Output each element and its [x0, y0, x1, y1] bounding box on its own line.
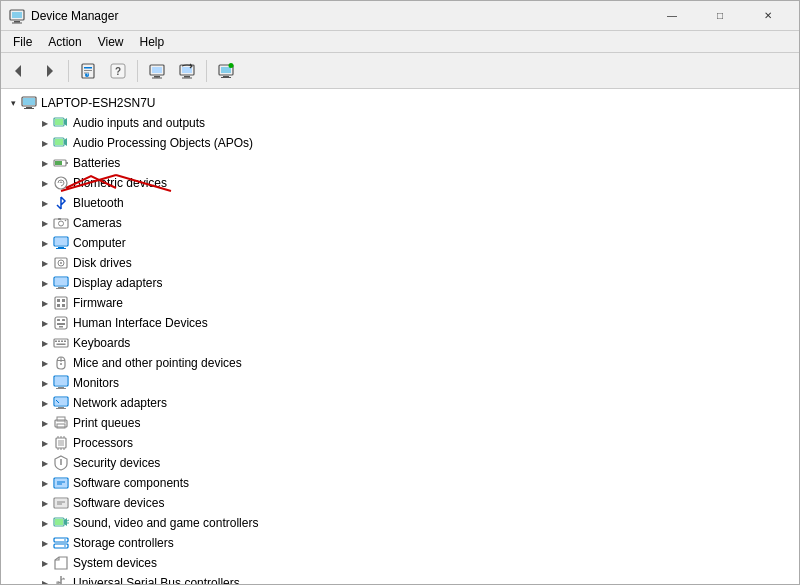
- menu-file[interactable]: File: [5, 33, 40, 51]
- tree-item[interactable]: ▶Display adapters: [1, 273, 799, 293]
- tree-item[interactable]: ▶Bluetooth: [1, 193, 799, 213]
- help-button[interactable]: ?: [104, 57, 132, 85]
- svg-point-41: [55, 177, 67, 189]
- forward-button[interactable]: [35, 57, 63, 85]
- expand-arrow-icon: ▶: [37, 455, 53, 471]
- tree-item[interactable]: ▶Disk drives: [1, 253, 799, 273]
- display-icon: [53, 275, 69, 291]
- toolbar-sep-1: [68, 60, 69, 82]
- expand-arrow-icon: ▶: [37, 255, 53, 271]
- menu-view[interactable]: View: [90, 33, 132, 51]
- security-icon: [53, 455, 69, 471]
- tree-item[interactable]: ▶Computer: [1, 233, 799, 253]
- tree-item[interactable]: ▶Security devices: [1, 453, 799, 473]
- tree-item[interactable]: ▶Storage controllers: [1, 533, 799, 553]
- close-button[interactable]: ✕: [745, 1, 791, 31]
- maximize-button[interactable]: □: [697, 1, 743, 31]
- tree-item-label: Print queues: [73, 416, 140, 430]
- svg-rect-54: [55, 278, 67, 285]
- keyboard-icon: [53, 335, 69, 351]
- expand-arrow-icon: ▶: [37, 495, 53, 511]
- expand-arrow-icon: ▶: [37, 195, 53, 211]
- tree-item-label: Universal Serial Bus controllers: [73, 576, 240, 584]
- expand-arrow-icon: ▶: [37, 215, 53, 231]
- content-area[interactable]: ▾ LAPTOP-ESH2SN7U ▶Audio inputs and outp…: [1, 89, 799, 584]
- tree-item-label: Human Interface Devices: [73, 316, 208, 330]
- expand-arrow-icon: ▶: [37, 275, 53, 291]
- tree-item[interactable]: ▶Batteries: [1, 153, 799, 173]
- expand-arrow-icon: ▶: [37, 375, 53, 391]
- monitor-icon: [53, 375, 69, 391]
- properties-button[interactable]: ?: [74, 57, 102, 85]
- tree-item[interactable]: ▶Sound, video and game controllers: [1, 513, 799, 533]
- minimize-button[interactable]: —: [649, 1, 695, 31]
- update-button[interactable]: [173, 57, 201, 85]
- tree-item-label: Bluetooth: [73, 196, 124, 210]
- expand-arrow-icon: ▶: [37, 175, 53, 191]
- mouse-icon: [53, 355, 69, 371]
- svg-rect-44: [58, 218, 61, 220]
- tree-item-label: Sound, video and game controllers: [73, 516, 258, 530]
- tree-item[interactable]: ▶Audio Processing Objects (APOs): [1, 133, 799, 153]
- tree-item[interactable]: ▶Biometric devices: [1, 173, 799, 193]
- svg-point-27: [229, 63, 234, 68]
- svg-rect-72: [57, 344, 66, 346]
- svg-point-75: [60, 363, 62, 365]
- expand-arrow-icon: ▶: [37, 415, 53, 431]
- audio-icon: [53, 115, 69, 131]
- audio-proc-icon: [53, 135, 69, 151]
- expand-arrow-icon: ▶: [37, 115, 53, 131]
- tree-root-node[interactable]: ▾ LAPTOP-ESH2SN7U: [1, 93, 799, 113]
- svg-rect-48: [58, 247, 64, 248]
- svg-rect-31: [24, 108, 34, 109]
- svg-rect-100: [55, 479, 67, 487]
- tree-item[interactable]: ▶Keyboards: [1, 333, 799, 353]
- svg-text:?: ?: [86, 73, 88, 77]
- tree-item-label: Audio Processing Objects (APOs): [73, 136, 253, 150]
- tree-item[interactable]: ▶Print queues: [1, 413, 799, 433]
- svg-rect-68: [55, 341, 57, 343]
- svg-rect-49: [56, 248, 66, 249]
- back-button[interactable]: [5, 57, 33, 85]
- tree-item-label: Computer: [73, 236, 126, 250]
- tree-item[interactable]: ▶Software devices: [1, 493, 799, 513]
- svg-rect-63: [57, 319, 60, 321]
- tree-item[interactable]: ▶Audio inputs and outputs: [1, 113, 799, 133]
- svg-rect-24: [221, 67, 231, 73]
- svg-rect-61: [62, 304, 65, 307]
- svg-rect-113: [54, 544, 68, 548]
- tree-item-label: Display adapters: [73, 276, 162, 290]
- svg-rect-57: [55, 297, 67, 309]
- tree-item-label: Cameras: [73, 216, 122, 230]
- tree-item[interactable]: ▶Universal Serial Bus controllers: [1, 573, 799, 584]
- tree-item[interactable]: ▶Human Interface Devices: [1, 313, 799, 333]
- tree-item-label: Storage controllers: [73, 536, 174, 550]
- tree-item[interactable]: ▶Firmware: [1, 293, 799, 313]
- tree-item[interactable]: ▶Software components: [1, 473, 799, 493]
- biometric-icon: [53, 175, 69, 191]
- disk-icon: [53, 255, 69, 271]
- tree-item-label: Network adapters: [73, 396, 167, 410]
- svg-marker-5: [47, 65, 53, 77]
- expand-arrow-icon: ▶: [37, 575, 53, 584]
- tree-item[interactable]: ▶System devices: [1, 553, 799, 573]
- tree-item[interactable]: ▶Processors: [1, 433, 799, 453]
- tree-item-label: Audio inputs and outputs: [73, 116, 205, 130]
- tree-item[interactable]: ▶Monitors: [1, 373, 799, 393]
- tree-item[interactable]: ▶Network adapters: [1, 393, 799, 413]
- tree-item[interactable]: ▶Cameras: [1, 213, 799, 233]
- svg-rect-7: [84, 67, 92, 69]
- menu-action[interactable]: Action: [40, 33, 89, 51]
- expand-arrow-icon: ▶: [37, 315, 53, 331]
- expand-arrow-icon: ▶: [37, 155, 53, 171]
- tree-item[interactable]: ▶Mice and other pointing devices: [1, 353, 799, 373]
- svg-rect-82: [58, 407, 64, 408]
- battery-icon: [53, 155, 69, 171]
- menu-help[interactable]: Help: [132, 33, 173, 51]
- svg-rect-120: [57, 582, 59, 584]
- expand-arrow-icon: ▶: [37, 475, 53, 491]
- scan-button[interactable]: [143, 57, 171, 85]
- usb-icon: [53, 575, 69, 584]
- monitor-button[interactable]: [212, 57, 240, 85]
- expand-arrow-icon: ▶: [37, 335, 53, 351]
